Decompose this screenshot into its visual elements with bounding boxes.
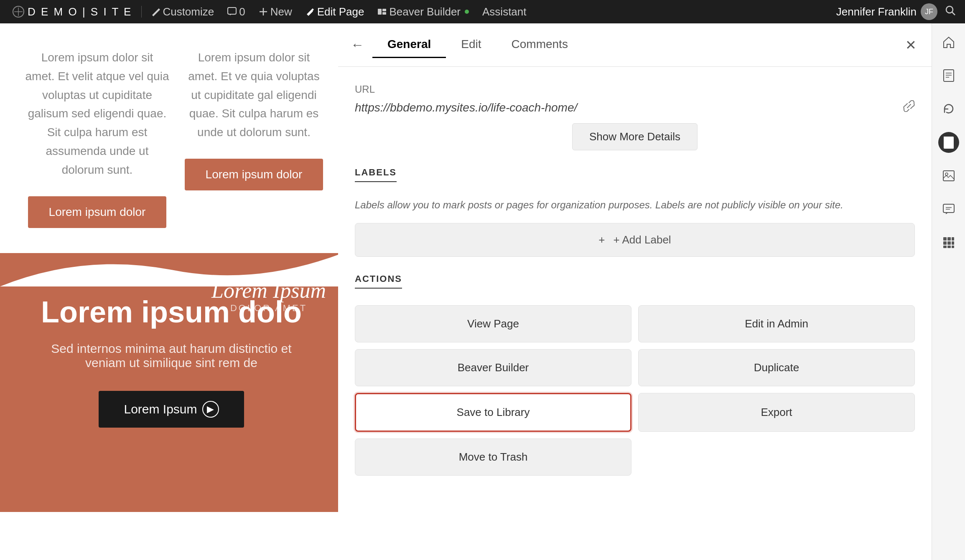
customize-icon	[151, 7, 160, 16]
svg-rect-14	[943, 241, 947, 245]
labels-section: LABELS Labels allow you to mark posts or…	[355, 167, 915, 257]
sidebar-grid-icon[interactable]	[938, 232, 959, 253]
svg-rect-13	[952, 237, 954, 241]
nav-separator-1	[141, 6, 142, 18]
col2-button[interactable]: Lorem ipsum dolor	[185, 159, 323, 190]
doc-active-icon-svg	[943, 136, 955, 149]
plus-icon: +	[598, 233, 605, 246]
svg-rect-12	[947, 237, 951, 241]
nav-right: Jennifer Franklin JF	[836, 3, 958, 21]
svg-rect-15	[947, 241, 951, 245]
sidebar-image-icon[interactable]	[938, 165, 959, 186]
svg-rect-6	[944, 70, 954, 81]
arrow-circle-icon: ▶	[202, 401, 219, 418]
svg-rect-8	[943, 171, 954, 181]
svg-rect-18	[947, 246, 951, 248]
orange-section: Lorem Ipsum DOLOR AMET Lorem ipsum dolo …	[0, 253, 343, 512]
url-value: https://bbdemo.mysites.io/life-coach-hom…	[355, 101, 577, 114]
panel-tabs: General Edit Comments	[372, 32, 583, 58]
labels-heading: LABELS	[355, 167, 397, 182]
svg-rect-1	[228, 8, 236, 14]
close-panel-button[interactable]: ✕	[902, 37, 919, 53]
svg-rect-19	[952, 246, 954, 248]
assistant-panel: ← General Edit Comments ✕ URL https://bb…	[338, 23, 965, 560]
top-navigation: D E M O | S I T E Customize 0 New Edit P…	[0, 0, 965, 23]
show-more-details-button[interactable]: Show More Details	[572, 123, 698, 150]
comment-icon	[227, 7, 237, 16]
svg-rect-16	[952, 241, 954, 245]
col-spacer	[169, 48, 182, 228]
svg-rect-2	[378, 9, 382, 15]
right-sidebar	[932, 23, 965, 560]
panel-header: ← General Edit Comments ✕	[338, 23, 932, 67]
edit-icon	[306, 7, 315, 16]
edit-page-nav-item[interactable]: Edit Page	[300, 3, 370, 21]
save-to-library-button[interactable]: Save to Library	[355, 393, 631, 432]
view-page-button[interactable]: View Page	[355, 305, 631, 342]
svg-point-5	[946, 6, 953, 13]
svg-rect-17	[943, 246, 947, 248]
sidebar-reload-icon[interactable]	[938, 99, 959, 119]
tab-general[interactable]: General	[372, 32, 446, 58]
col1-button[interactable]: Lorem ipsum dolor	[28, 196, 167, 228]
beaver-builder-icon	[377, 7, 387, 16]
sidebar-page-icon[interactable]	[938, 65, 959, 86]
actions-section: ACTIONS View Page Edit in Admin Beaver B…	[355, 274, 915, 476]
search-icon[interactable]	[942, 3, 958, 21]
back-button[interactable]: ←	[351, 37, 364, 53]
assistant-nav-item[interactable]: Assistant	[476, 3, 532, 21]
svg-rect-11	[943, 237, 947, 241]
move-to-trash-button[interactable]: Move to Trash	[355, 438, 631, 476]
link-icon[interactable]	[903, 100, 915, 115]
url-label: URL	[355, 84, 915, 95]
search-icon-svg	[945, 5, 956, 16]
user-avatar: JF	[921, 3, 937, 20]
beaver-builder-nav-item[interactable]: Beaver Builder	[372, 3, 475, 21]
image-icon-svg	[942, 170, 955, 182]
panel-main: ← General Edit Comments ✕ URL https://bb…	[338, 23, 932, 560]
tab-edit[interactable]: Edit	[446, 32, 496, 58]
bb-active-dot	[465, 10, 469, 14]
sidebar-comment-icon[interactable]	[938, 199, 959, 220]
reload-icon-svg	[942, 103, 955, 115]
edit-in-admin-button[interactable]: Edit in Admin	[638, 305, 915, 342]
actions-grid: View Page Edit in Admin Beaver Builder D…	[355, 305, 915, 476]
grid-icon-svg	[942, 236, 955, 249]
orange-subtitle: Sed internos minima aut harum distinctio…	[36, 342, 307, 370]
sidebar-home-icon[interactable]	[938, 32, 959, 53]
plus-icon	[259, 7, 268, 16]
new-nav-item[interactable]: New	[253, 3, 298, 21]
svg-rect-10	[943, 204, 954, 213]
customize-nav-item[interactable]: Customize	[145, 3, 220, 21]
page-icon-svg	[943, 69, 955, 82]
orange-content: Lorem ipsum dolo Sed internos minima aut…	[0, 253, 343, 461]
panel-body: URL https://bbdemo.mysites.io/life-coach…	[338, 67, 932, 492]
labels-description: Labels allow you to mark posts or pages …	[355, 197, 915, 213]
url-row: https://bbdemo.mysites.io/life-coach-hom…	[355, 100, 915, 115]
beaver-builder-button[interactable]: Beaver Builder	[355, 349, 631, 386]
column-2: Lorem ipsum dolor sit amet. Et ve quia v…	[182, 48, 326, 228]
website-preview: Lorem ipsum dolor sit amet. Et velit atq…	[0, 23, 343, 560]
comment-icon-svg	[942, 203, 955, 215]
col2-text: Lorem ipsum dolor sit amet. Et ve quia v…	[182, 48, 326, 142]
sidebar-doc-active-icon[interactable]	[938, 132, 959, 153]
page-content: Lorem ipsum dolor sit amet. Et velit atq…	[0, 23, 965, 560]
site-logo[interactable]: D E M O | S I T E	[7, 3, 138, 21]
orange-title: Lorem ipsum dolo	[25, 295, 318, 329]
user-profile[interactable]: Jennifer Franklin JF	[836, 3, 937, 20]
col1-text: Lorem ipsum dolor sit amet. Et velit atq…	[25, 48, 169, 180]
svg-rect-4	[382, 12, 386, 15]
duplicate-button[interactable]: Duplicate	[638, 349, 915, 386]
tab-comments[interactable]: Comments	[497, 32, 583, 58]
white-section: Lorem ipsum dolor sit amet. Et velit atq…	[0, 23, 343, 253]
url-section: URL https://bbdemo.mysites.io/life-coach…	[355, 84, 915, 150]
bottom-cta-button[interactable]: Lorem Ipsum ▶	[99, 391, 244, 428]
add-label-button[interactable]: + + Add Label	[355, 223, 915, 257]
export-button[interactable]: Export	[638, 393, 915, 432]
logo-icon	[13, 6, 24, 18]
svg-point-9	[945, 173, 948, 175]
actions-heading: ACTIONS	[355, 274, 402, 289]
comments-nav-item[interactable]: 0	[222, 3, 251, 21]
column-1: Lorem ipsum dolor sit amet. Et velit atq…	[25, 48, 169, 228]
home-icon-svg	[942, 36, 955, 48]
